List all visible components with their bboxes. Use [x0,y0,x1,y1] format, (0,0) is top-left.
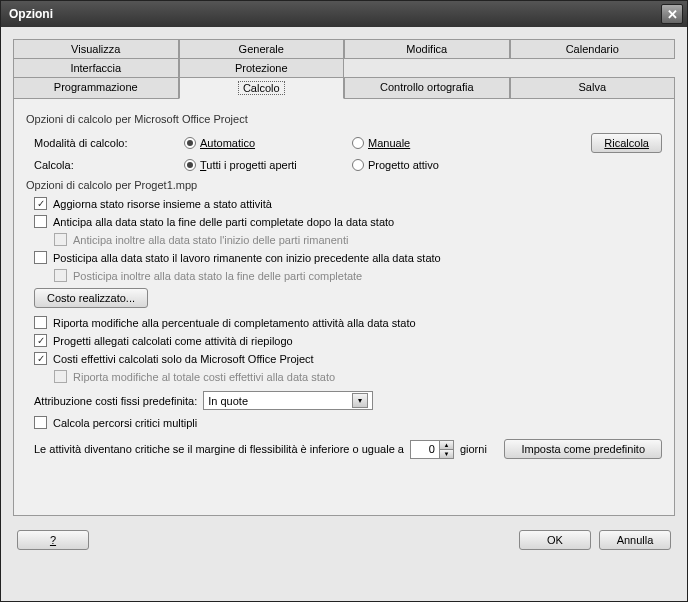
critical-threshold-row: Le attività diventano critiche se il mar… [34,439,662,459]
chk-move-remaining[interactable]: Posticipa alla data stato il lavoro rima… [34,251,662,264]
tab-panel-calculation: Opzioni di calcolo per Microsoft Office … [13,98,675,516]
calc-scope-label: Calcola: [34,159,184,171]
options-dialog: Opzioni ✕ Visualizza Generale Modifica C… [0,0,688,602]
chk-move-start[interactable]: Anticipa alla data stato la fine delle p… [34,215,662,228]
tab-edit[interactable]: Modifica [344,39,510,59]
tab-schedule[interactable]: Programmazione [13,77,179,99]
dialog-footer: ? OK Annulla [13,516,675,554]
chevron-down-icon: ▾ [352,393,368,408]
chk-multiple-critical[interactable]: Calcola percorsi critici multipli [34,416,662,429]
help-button[interactable]: ? [17,530,89,550]
calc-mode-group: Automatico Manuale [184,137,512,149]
radio-active-project[interactable]: Progetto attivo [352,159,512,171]
chk-actual-costs-sub: Riporta modifiche al totale costi effett… [54,370,662,383]
fixed-cost-select[interactable]: In quote ▾ [203,391,373,410]
fixed-cost-label: Attribuzione costi fissi predefinita: [34,395,197,407]
spin-down-icon[interactable]: ▼ [439,449,453,458]
earned-value-button[interactable]: Costo realizzato... [34,288,148,308]
close-icon[interactable]: ✕ [661,4,683,24]
group2-title: Opzioni di calcolo per Proget1.mpp [26,179,662,191]
group1-title: Opzioni di calcolo per Microsoft Office … [26,113,662,125]
tab-save[interactable]: Salva [510,77,676,99]
critical-days-spinner[interactable]: ▲ ▼ [410,440,454,459]
spin-up-icon[interactable]: ▲ [439,441,453,449]
radio-auto[interactable]: Automatico [184,137,344,149]
fixed-cost-row: Attribuzione costi fissi predefinita: In… [34,391,662,410]
radio-manual[interactable]: Manuale [352,137,512,149]
tab-calendar[interactable]: Calendario [510,39,676,59]
radio-all-projects[interactable]: Tutti i progetti aperti [184,159,344,171]
critical-text-a: Le attività diventano critiche se il mar… [34,443,404,455]
ok-button[interactable]: OK [519,530,591,550]
tab-spelling[interactable]: Controllo ortografia [344,77,510,99]
tab-general[interactable]: Generale [179,39,345,59]
dialog-content: Visualizza Generale Modifica Calendario … [1,27,687,601]
chk-actual-costs[interactable]: ✓Costi effettivi calcolati solo da Micro… [34,352,662,365]
tab-view[interactable]: Visualizza [13,39,179,59]
dialog-title: Opzioni [9,7,53,21]
calc-mode-label: Modalità di calcolo: [34,137,184,149]
chk-inserted-projects[interactable]: ✓Progetti allegati calcolati come attivi… [34,334,662,347]
recalc-button[interactable]: Ricalcola [591,133,662,153]
tab-interface[interactable]: Interfaccia [13,58,179,78]
critical-text-b: giorni [460,443,487,455]
chk-move-start-sub: Anticipa inoltre alla data stato l'inizi… [54,233,662,246]
tabstrip: Visualizza Generale Modifica Calendario … [13,39,675,516]
tab-calculation[interactable]: Calcolo [179,77,345,99]
chk-move-remaining-sub: Posticipa inoltre alla data stato la fin… [54,269,662,282]
chk-update-status[interactable]: ✓Aggiorna stato risorse insieme a stato … [34,197,662,210]
tab-security[interactable]: Protezione [179,58,345,78]
set-default-button[interactable]: Imposta come predefinito [504,439,662,459]
chk-percent-complete[interactable]: Riporta modifiche alla percentuale di co… [34,316,662,329]
titlebar: Opzioni ✕ [1,1,687,27]
cancel-button[interactable]: Annulla [599,530,671,550]
fixed-cost-value: In quote [208,395,248,407]
calc-scope-group: Tutti i progetti aperti Progetto attivo [184,159,512,171]
critical-days-input[interactable] [411,441,439,458]
